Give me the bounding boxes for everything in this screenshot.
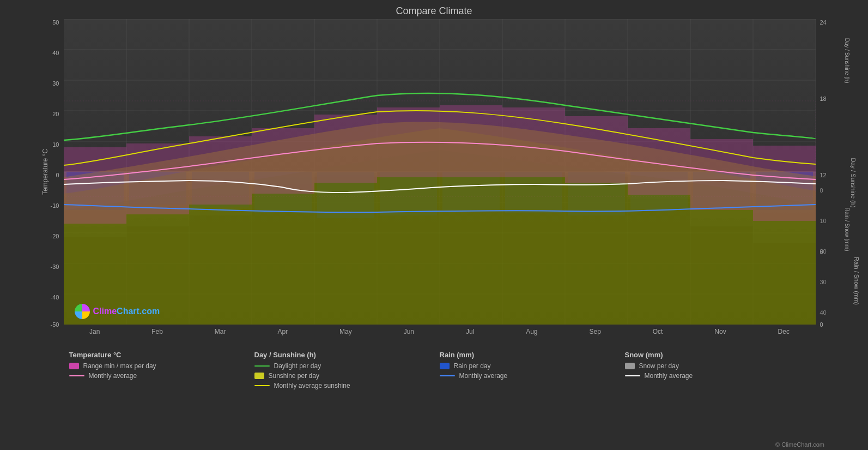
legend-rain-bar-color (440, 363, 450, 369)
y-tick-12: 12 (820, 172, 827, 178)
brand-text-bottom: ClimeChart.com (93, 307, 160, 316)
x-tick-apr: Apr (277, 328, 288, 335)
y-tick-30: 30 (52, 80, 59, 87)
chart-area (64, 19, 816, 325)
y-tick-rain-40: 40 (820, 309, 827, 316)
svg-rect-52 (440, 105, 502, 177)
x-tick-oct: Oct (653, 328, 663, 335)
x-tick-mar: Mar (215, 328, 226, 335)
main-chart-svg (64, 19, 816, 325)
y-tick-18: 18 (820, 95, 827, 102)
legend-temp-avg: Monthly average (69, 372, 244, 380)
legend-temp-avg-color (69, 375, 84, 376)
y-tick-rain-30: 30 (820, 279, 827, 285)
legend-sunshine: Day / Sunshine (h) Daylight per day Suns… (249, 351, 434, 392)
legend-daylight-label: Daylight per day (274, 362, 321, 370)
y-tick-rain-0: 0 (820, 187, 823, 194)
legend-snow-avg-color (625, 375, 640, 376)
svg-rect-49 (252, 128, 314, 194)
legend-sunshine-avg-color (254, 385, 270, 386)
x-axis: Jan Feb Mar Apr May Jun Jul Aug Sep Oct … (64, 325, 816, 346)
legend: Temperature °C Range min / max per day M… (20, 351, 848, 392)
legend-snow: Snow (mm) Snow per day Monthly average (620, 351, 805, 392)
svg-rect-53 (502, 107, 565, 177)
right-axis-label-rain: Rain / Snow (mm) (853, 257, 860, 305)
y-tick-24: 24 (820, 19, 827, 26)
legend-rain: Rain (mm) Rain per day Monthly average (434, 351, 620, 392)
legend-daylight-color (254, 365, 270, 367)
legend-sunshine-title: Day / Sunshine (h) (254, 351, 429, 359)
y-tick-40: 40 (52, 50, 59, 56)
legend-temp-avg-label: Monthly average (89, 372, 137, 380)
legend-rain-avg-label: Monthly average (459, 372, 508, 380)
legend-sunshine-avg: Monthly average sunshine (254, 382, 429, 389)
copyright: © ClimeChart.com (775, 441, 824, 448)
legend-snow-avg: Monthly average (625, 372, 799, 380)
legend-rain-title: Rain (mm) (440, 351, 614, 359)
legend-sunshine-avg-label: Monthly average sunshine (274, 382, 350, 389)
legend-snow-bar: Snow per day (625, 362, 799, 370)
x-tick-feb: Feb (151, 328, 163, 335)
y-axis-right: 24 18 12 6 0 0 10 20 30 40 Day / Sunshin… (816, 19, 848, 325)
legend-sunshine-bar-color (254, 373, 264, 379)
svg-rect-46 (64, 147, 126, 224)
brand-icon-bottom (75, 304, 90, 319)
y-tick-rain-10: 10 (820, 218, 827, 224)
y-tick-n20: -20 (51, 233, 59, 239)
svg-rect-48 (189, 136, 252, 205)
legend-temp-range: Range min / max per day (69, 362, 244, 370)
y-tick-20: 20 (52, 111, 59, 117)
y-tick-n10: -10 (51, 202, 59, 209)
y-tick-n40: -40 (51, 294, 59, 301)
y-tick-rain-20: 20 (820, 248, 827, 255)
y-tick-n50: -50 (51, 321, 59, 328)
legend-temp: Temperature °C Range min / max per day M… (64, 351, 249, 392)
y-label-left: Temperature °C (41, 149, 49, 195)
y-label-right-rain: Rain / Snow (mm) (844, 207, 850, 251)
legend-temp-range-color (69, 363, 79, 369)
x-tick-jun: Jun (404, 328, 414, 335)
legend-rain-avg: Monthly average (440, 372, 614, 380)
y-tick-0r: 0 (820, 321, 823, 328)
page-container: Compare Climate Megève Megève ClimeChart… (0, 0, 868, 450)
legend-snow-title: Snow (mm) (625, 351, 799, 359)
legend-rain-avg-color (440, 375, 455, 376)
legend-rain-bar: Rain per day (440, 362, 614, 370)
chart-title: Compare Climate (396, 5, 472, 17)
y-label-right-sunshine: Day / Sunshine (h) (844, 38, 850, 83)
y-tick-0: 0 (56, 172, 59, 178)
y-tick-10: 10 (52, 141, 59, 148)
legend-temp-range-label: Range min / max per day (83, 362, 156, 370)
x-tick-dec: Dec (778, 328, 790, 335)
y-tick-n30: -30 (51, 263, 59, 270)
legend-snow-bar-label: Snow per day (639, 362, 679, 370)
x-tick-jul: Jul (466, 328, 474, 335)
right-axis-label-sunshine: Day / Sunshine (h) (850, 158, 857, 207)
legend-snow-avg-label: Monthly average (645, 372, 693, 380)
legend-temp-title: Temperature °C (69, 351, 244, 359)
svg-rect-54 (565, 116, 628, 183)
x-tick-sep: Sep (589, 328, 600, 335)
legend-rain-bar-label: Rain per day (454, 362, 491, 370)
legend-sunshine-bar: Sunshine per day (254, 372, 429, 380)
legend-sunshine-bar-label: Sunshine per day (269, 372, 319, 380)
x-tick-jan: Jan (89, 328, 100, 335)
svg-rect-47 (126, 143, 189, 214)
chart-wrapper: Megève Megève ClimeChart.com Temperature… (20, 19, 848, 346)
x-tick-aug: Aug (526, 328, 537, 335)
legend-daylight: Daylight per day (254, 362, 429, 370)
x-tick-may: May (339, 328, 352, 335)
y-tick-50: 50 (52, 19, 59, 26)
brand-logo-bottom: ClimeChart.com (75, 304, 160, 319)
x-tick-nov: Nov (714, 328, 726, 335)
legend-snow-bar-color (625, 363, 635, 369)
y-axis-left: Temperature °C 50 40 30 20 10 0 -10 -20 … (20, 19, 64, 325)
